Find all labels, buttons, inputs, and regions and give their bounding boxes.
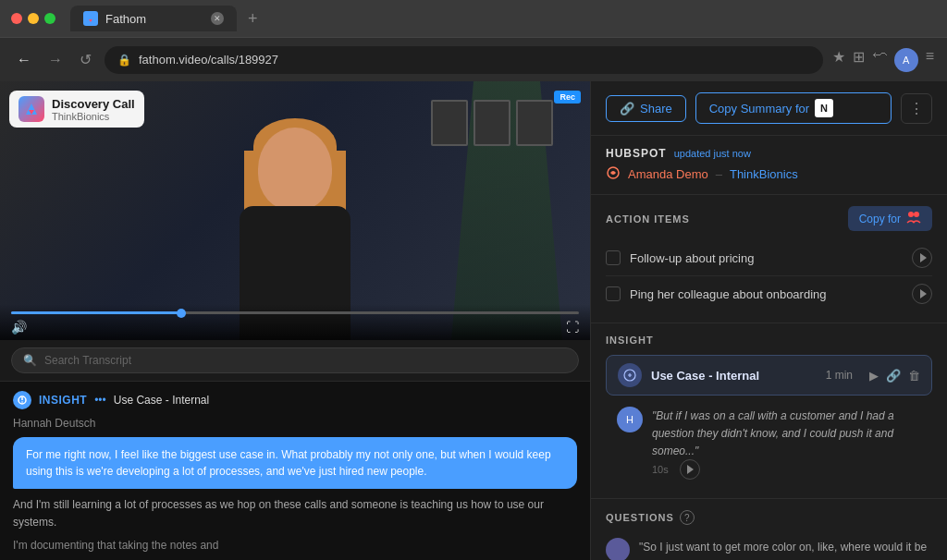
url-text: fathom.video/calls/189927 bbox=[139, 53, 278, 67]
play-triangle-icon-q bbox=[687, 465, 694, 474]
bg-frame-3 bbox=[516, 100, 553, 146]
share-icon: 🔗 bbox=[620, 102, 634, 116]
insight-dots: ••• bbox=[94, 394, 106, 407]
insight-section-header: INSIGHT bbox=[606, 335, 932, 346]
chat-bubble: For me right now, I feel like the bigges… bbox=[13, 437, 577, 489]
close-button[interactable] bbox=[11, 13, 22, 24]
search-box[interactable]: 🔍 Search Transcript bbox=[11, 347, 579, 373]
questions-title: QUESTIONS bbox=[606, 512, 674, 523]
background-frames bbox=[431, 100, 553, 146]
rec-badge: Rec bbox=[554, 91, 581, 103]
refresh-button[interactable]: ↺ bbox=[76, 47, 95, 72]
chat-area: INSIGHT ••• Use Case - Internal Hannah D… bbox=[0, 382, 590, 560]
new-tab-button[interactable]: + bbox=[248, 9, 258, 29]
svg-point-4 bbox=[908, 212, 914, 217]
questions-section: QUESTIONS ? "So I just want to get more … bbox=[591, 499, 947, 560]
back-button[interactable]: ← bbox=[13, 48, 35, 72]
copy-summary-button[interactable]: Copy Summary for N bbox=[695, 92, 892, 124]
action-items-list: Follow-up about pricing Ping her colleag… bbox=[606, 240, 932, 311]
action-item-checkbox-1[interactable] bbox=[606, 250, 621, 265]
copy-summary-label: Copy Summary for bbox=[709, 102, 809, 116]
menu-icon[interactable]: ≡ bbox=[926, 48, 934, 72]
copy-for-label: Copy for bbox=[859, 213, 901, 225]
video-area: Discovery Call ThinkBionics Rec 🔊 ⛶ bbox=[0, 81, 590, 340]
action-items-title: ACTION ITEMS bbox=[606, 213, 690, 225]
action-item-checkbox-2[interactable] bbox=[606, 286, 621, 301]
tab-favicon bbox=[83, 11, 98, 26]
copy-for-button[interactable]: Copy for bbox=[848, 206, 932, 231]
hubspot-logo bbox=[606, 165, 621, 183]
bg-frame-1 bbox=[431, 100, 468, 146]
copy-for-icon bbox=[906, 211, 921, 226]
insight-delete-icon[interactable]: 🗑 bbox=[908, 369, 920, 383]
call-logo bbox=[18, 96, 44, 122]
contact1-link[interactable]: Amanda Demo bbox=[628, 167, 708, 181]
quote-play-button[interactable] bbox=[680, 459, 700, 480]
chat-text-fade: I'm documenting that taking the notes an… bbox=[13, 537, 577, 554]
more-options-button[interactable]: ⋮ bbox=[901, 93, 932, 124]
insight-header: INSIGHT ••• Use Case - Internal bbox=[13, 391, 577, 409]
action-item: Ping her colleague about onboarding bbox=[606, 276, 932, 311]
quote-time: 10s bbox=[652, 464, 669, 475]
insight-link-icon[interactable]: 🔗 bbox=[886, 369, 901, 383]
quote-avatar: H bbox=[617, 407, 643, 432]
play-triangle-icon-2 bbox=[920, 289, 927, 298]
insight-section-title: INSIGHT bbox=[606, 335, 654, 346]
transcript-search-bar: 🔍 Search Transcript bbox=[0, 340, 590, 382]
chat-text-secondary: And I'm still learning a lot of processe… bbox=[13, 496, 577, 531]
svg-point-2 bbox=[21, 401, 23, 403]
hubspot-section: HUBSPOT updated just now Amanda Demo – T… bbox=[591, 136, 947, 195]
video-progress-thumb bbox=[177, 309, 186, 318]
video-controls: 🔊 ⛶ bbox=[0, 304, 590, 340]
action-item-text-1: Follow-up about pricing bbox=[630, 251, 903, 265]
profile-avatar[interactable]: A bbox=[894, 48, 918, 72]
traffic-lights bbox=[11, 13, 55, 24]
video-progress-bar[interactable] bbox=[11, 311, 579, 314]
search-placeholder: Search Transcript bbox=[44, 354, 131, 367]
right-panel: 🔗 Share Copy Summary for N ⋮ HUBSPOT upd… bbox=[590, 81, 947, 560]
browser-tab[interactable]: Fathom ✕ bbox=[70, 6, 237, 31]
questions-help-icon[interactable]: ? bbox=[680, 510, 695, 525]
call-info-text: Discovery Call ThinkBionics bbox=[52, 97, 135, 122]
play-triangle-icon bbox=[920, 253, 927, 262]
question-item: "So I just want to get more color on, li… bbox=[606, 532, 932, 560]
call-info-overlay: Discovery Call ThinkBionics bbox=[9, 91, 144, 128]
insight-card-actions: ▶ 🔗 🗑 bbox=[869, 369, 920, 383]
forward-button[interactable]: → bbox=[44, 48, 67, 72]
insight-card[interactable]: Use Case - Internal 1 min ▶ 🔗 🗑 bbox=[606, 355, 932, 396]
quote-row: 10s bbox=[652, 459, 921, 480]
nav-bar: ← → ↺ 🔒 fathom.video/calls/189927 ★ ⊞ ⬿ … bbox=[0, 37, 947, 81]
lock-icon: 🔒 bbox=[117, 54, 131, 67]
contact-separator: – bbox=[716, 167, 722, 181]
speaker-name: Hannah Deutsch bbox=[13, 417, 577, 430]
fullscreen-icon[interactable]: ⛶ bbox=[566, 320, 579, 335]
insight-icon bbox=[13, 391, 31, 409]
left-panel: Discovery Call ThinkBionics Rec 🔊 ⛶ bbox=[0, 81, 590, 560]
questions-header: QUESTIONS ? bbox=[606, 510, 932, 525]
extensions-icon[interactable]: ⊞ bbox=[853, 48, 865, 72]
question-content: "So I just want to get more color on, li… bbox=[639, 538, 932, 560]
minimize-button[interactable] bbox=[28, 13, 39, 24]
hubspot-label: HUBSPOT bbox=[606, 147, 667, 160]
top-action-bar: 🔗 Share Copy Summary for N ⋮ bbox=[591, 81, 947, 136]
share-button[interactable]: 🔗 Share bbox=[606, 95, 686, 122]
tab-close-button[interactable]: ✕ bbox=[211, 12, 224, 25]
nav-actions: ★ ⊞ ⬿ A ≡ bbox=[832, 48, 934, 72]
insight-card-duration: 1 min bbox=[826, 369, 853, 382]
bookmark-icon[interactable]: ★ bbox=[832, 48, 845, 72]
cast-icon[interactable]: ⬿ bbox=[872, 48, 887, 72]
contact2-link[interactable]: ThinkBionics bbox=[730, 167, 798, 181]
insight-card-title: Use Case - Internal bbox=[651, 369, 817, 383]
share-label: Share bbox=[640, 102, 672, 116]
action-item-play-1[interactable] bbox=[912, 248, 932, 268]
question-avatar bbox=[606, 538, 630, 560]
maximize-button[interactable] bbox=[44, 13, 55, 24]
action-item-text-2: Ping her colleague about onboarding bbox=[630, 287, 903, 301]
svg-point-5 bbox=[914, 212, 919, 217]
action-item-play-2[interactable] bbox=[912, 284, 932, 304]
insight-play-button[interactable]: ▶ bbox=[869, 369, 879, 383]
updated-badge: updated just now bbox=[674, 148, 751, 159]
video-progress-filled bbox=[11, 311, 181, 314]
address-bar[interactable]: 🔒 fathom.video/calls/189927 bbox=[105, 46, 823, 74]
volume-icon[interactable]: 🔊 bbox=[11, 320, 27, 335]
